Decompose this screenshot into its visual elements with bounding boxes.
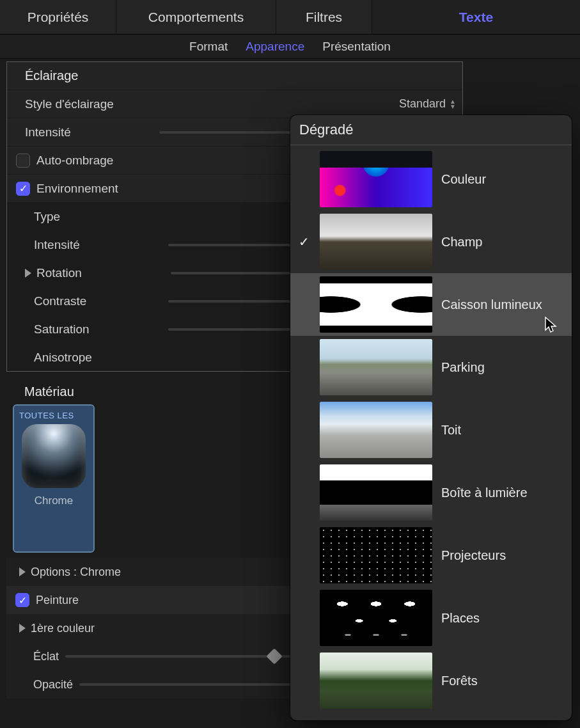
environment-thumbnail [320,339,432,395]
opacity-label: Opacité [33,678,73,692]
popup-list: Couleur✓ChampCaisson lumineuxParkingToit… [290,145,572,715]
popup-item[interactable]: Parking [290,336,572,399]
disclosure-icon[interactable] [19,567,26,576]
checkmark-icon: ✓ [297,234,311,249]
environment-thumbnail [320,276,432,333]
environment-thumbnail [320,464,432,521]
popup-item-label: Forêts [441,674,478,688]
section-lighting: Éclairage [7,62,462,90]
auto-shadow-label: Auto-ombrage [36,154,171,168]
environment-thumbnail [320,151,432,207]
popup-item[interactable]: Toit [290,399,572,461]
material-card[interactable]: TOUTES LES Chrome [13,404,95,553]
contrast-label: Contraste [34,294,168,308]
popup-item-label: Boîte à lumière [441,486,528,500]
material-preview-icon [22,424,86,488]
anisotropic-label: Anisotrope [34,351,168,365]
popup-header: Dégradé [290,115,572,145]
popup-item-label: Projecteurs [441,548,506,563]
popup-item-label: Toit [441,423,461,438]
tab-text[interactable]: Texte [372,0,580,34]
material-card-label: Chrome [35,495,73,507]
environment-thumbnail [320,590,432,646]
subtab-layout[interactable]: Présentation [322,40,391,54]
popup-item-label: Caisson lumineux [441,297,542,312]
popup-item-label: Couleur [441,172,486,187]
popup-item[interactable]: Boîte à lumière [290,461,572,524]
popup-item[interactable]: Forêts [290,649,572,712]
environment-checkbox[interactable] [16,182,30,196]
popup-item[interactable]: Places [290,587,572,649]
glow-label: Éclat [33,650,59,663]
env-intensity-label: Intensité [34,238,168,252]
text-subtabs: Format Apparence Présentation [0,35,580,59]
rotation-label: Rotation [36,266,171,280]
updown-icon: ▲▼ [450,99,456,109]
popup-item-label: Places [441,611,480,626]
slider-thumb-icon[interactable] [266,648,282,664]
lighting-intensity-label: Intensité [25,125,159,139]
popup-item[interactable]: Couleur [290,148,572,210]
disclosure-icon[interactable] [19,624,26,633]
inspector-tabs: Propriétés Comportements Filtres Texte [0,0,580,35]
subtab-appearance[interactable]: Apparence [246,40,304,54]
popup-item-label: Champ [441,235,482,249]
environment-thumbnail [320,527,432,583]
popup-item[interactable]: ✓Champ [290,210,572,273]
disclosure-icon[interactable] [25,269,31,278]
environment-type-popup: Dégradé Couleur✓ChampCaisson lumineuxPar… [290,115,572,720]
row-lighting-style: Style d'éclairage Standard ▲▼ [7,90,462,118]
tab-behaviors[interactable]: Comportements [116,0,276,34]
material-card-head: TOUTES LES [19,411,74,420]
saturation-label: Saturation [34,322,168,336]
environment-thumbnail [320,402,432,458]
tab-filters[interactable]: Filtres [276,0,372,34]
lighting-style-label: Style d'éclairage [25,97,159,111]
environment-label: Environnement [36,182,171,196]
auto-shadow-checkbox[interactable] [16,154,30,168]
tab-properties[interactable]: Propriétés [0,0,116,34]
environment-thumbnail [320,214,432,270]
environment-thumbnail [320,653,432,709]
lighting-style-value: Standard [399,97,446,111]
popup-item[interactable]: Projecteurs [290,524,572,587]
paint-checkbox[interactable] [15,593,29,607]
popup-item[interactable]: Caisson lumineux [290,273,572,336]
popup-item-label: Parking [441,360,485,375]
env-type-label: Type [34,210,168,224]
subtab-format[interactable]: Format [189,40,228,54]
lighting-style-select[interactable]: Standard ▲▼ [399,97,456,111]
